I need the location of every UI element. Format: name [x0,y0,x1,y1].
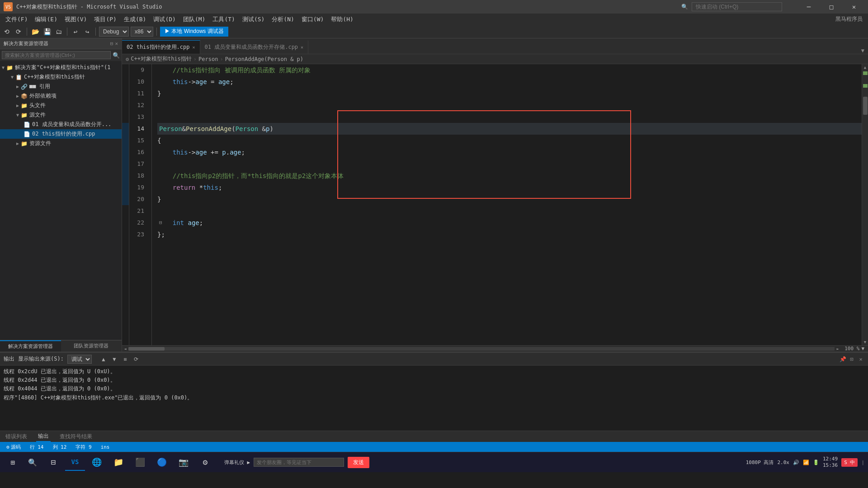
taskbar-settings[interactable]: ⚙ [195,454,215,471]
output-content: 线程 0x2cdU 已退出，返回值为 U (0xU)。 线程 0x2d44 已退… [0,366,868,431]
tab-label-02: 02 this指针的使用.cpp [127,43,189,51]
tree-resources[interactable]: ▶ 📁 资源文件 [0,139,122,148]
editor-scrollbar[interactable]: ▲ ▼ [862,64,868,345]
menu-help[interactable]: 帮助(H) [327,14,357,24]
toolbar-save[interactable]: 💾 [42,27,52,37]
scroll-track[interactable] [862,70,868,339]
close-button[interactable]: ✕ [844,0,864,14]
output-btn-down[interactable]: ▼ [110,355,119,364]
live-badge[interactable]: S 中 [841,458,858,467]
status-mode[interactable]: ins [98,444,113,450]
menu-team[interactable]: 团队(M) [179,14,209,24]
menu-project[interactable]: 项目(P) [90,14,120,24]
sidebar-tab-team[interactable]: 团队资源管理器 [61,340,122,352]
taskbar-search[interactable]: 🔍 [24,454,42,471]
tree-file-01[interactable]: 📄 01 成员变量和成员函数分开... [0,120,122,129]
start-button[interactable]: ⊞ [4,454,22,471]
tab-file-02[interactable]: 02 this指针的使用.cpp ✕ [122,40,200,54]
tab-output[interactable]: 输出 [36,432,51,442]
show-desktop[interactable]: | [861,460,864,465]
menu-build[interactable]: 生成(B) [120,14,150,24]
tab-close-01[interactable]: ✕ [301,45,303,50]
sidebar-search-input[interactable] [2,51,111,59]
code-editor: 9 10 11 12 13 14 15 16 17 18 19 20 21 22… [122,64,868,345]
tab-file-01[interactable]: 01 成员变量和成员函数分开存储.cpp ✕ [200,40,309,54]
sidebar-tab-solution[interactable]: 解决方案资源管理器 [0,340,61,352]
menu-window[interactable]: 窗口(W) [298,14,327,24]
taskbar-explorer[interactable]: 📁 [108,454,128,471]
output-float-button[interactable]: ⊡ [848,356,855,363]
tree-sources[interactable]: ▼ 📁 源文件 [0,110,122,120]
scroll-down-arrow[interactable]: ▼ [862,339,868,345]
menu-view[interactable]: 视图(V) [61,14,90,24]
taskbar-chrome[interactable]: 🔵 [152,454,172,471]
output-source-select[interactable]: 调试 [67,355,92,364]
menu-analyze[interactable]: 分析(N) [268,14,297,24]
scroll-right-arrow[interactable]: ► [835,346,841,352]
network-icon[interactable]: 📶 [803,460,809,465]
scroll-thumb[interactable] [863,97,868,115]
scroll-up-arrow[interactable]: ▲ [862,64,868,70]
toolbar-undo[interactable]: ↩ [71,27,80,37]
status-git[interactable]: ⚙ 源码 [4,444,24,450]
h-scroll-thumb[interactable] [128,347,165,351]
toolbar-save-all[interactable]: 🗂 [54,27,64,37]
minimize-button[interactable]: ─ [798,0,819,14]
tree-project[interactable]: ▼ 📋 C++对象模型和this指针 [0,72,122,82]
menu-file[interactable]: 文件(F) [2,14,31,24]
output-close-button[interactable]: ✕ [857,356,864,363]
taskbar-edge[interactable]: 🌐 [87,454,107,471]
toolbar-forward[interactable]: ⟳ [14,27,24,37]
taskbar-camera[interactable]: 📷 [174,454,193,471]
toolbar-redo[interactable]: ↪ [82,27,92,37]
debug-config-select[interactable]: Debug [99,27,129,37]
status-bar: ⚙ 源码 行 14 列 12 字符 9 ins [0,442,868,452]
menu-edit[interactable]: 编辑(E) [31,14,61,24]
battery-icon[interactable]: 🔋 [813,460,819,465]
output-pin-button[interactable]: 📌 [839,356,846,363]
maximize-button[interactable]: □ [821,0,842,14]
output-btn-refresh[interactable]: ⟳ [132,355,141,364]
col-label: 列 12 [53,444,67,450]
status-col[interactable]: 列 12 [50,444,70,450]
toolbar-open[interactable]: 📂 [30,27,40,37]
send-button[interactable]: 发送 [348,457,369,468]
row-label: 行 14 [30,444,44,450]
tree-solution[interactable]: ▼ 📁 解决方案"C++对象模型和this指针"(1 [0,63,122,72]
tab-dropdown-button[interactable]: ▼ [861,47,864,54]
platform-select[interactable]: x86 [131,27,153,37]
search-button[interactable]: 🔍 [113,52,120,59]
sidebar-collapse-icon[interactable]: ⊟ [110,41,113,47]
menu-debug[interactable]: 调试(D) [150,14,179,24]
sidebar-close-icon[interactable]: ✕ [115,41,118,47]
run-button[interactable]: ▶ 本地 Windows 调试器 [160,27,228,37]
tree-external-deps[interactable]: ▶ 📦 外部依赖项 [0,91,122,101]
tab-error-list[interactable]: 错误列表 [4,432,29,441]
toolbar-back[interactable]: ⟲ [2,27,12,37]
scroll-left-arrow[interactable]: ◄ [122,346,128,352]
h-scroll-track[interactable] [128,347,835,351]
zoom-dropdown[interactable]: ▼ [861,346,864,352]
taskbar-taskview[interactable]: ⊟ [43,454,63,471]
chat-input[interactable] [254,458,344,467]
output-btn-clear[interactable]: ≡ [121,355,130,364]
volume-icon[interactable]: 🔊 [793,460,799,465]
linenum-12: 12 [129,99,148,111]
taskbar-terminal[interactable]: ⬛ [130,454,150,471]
status-row[interactable]: 行 14 [27,444,47,450]
menu-tools[interactable]: 工具(T) [209,14,238,24]
code-content[interactable]: ⊟ //this指针指向 被调用的成员函数 所属的对象 this->age = … [152,64,862,345]
horizontal-scrollbar[interactable]: ◄ ► 100 % ▼ [122,345,868,352]
taskbar-vs[interactable]: VS [65,454,85,471]
tab-close-02[interactable]: ✕ [192,45,195,50]
tree-file-02[interactable]: 📄 02 this指针的使用.cpp [0,129,122,139]
tab-find-results[interactable]: 查找符号结果 [58,432,94,441]
output-btn-up[interactable]: ▲ [99,355,108,364]
tree-headers[interactable]: ▶ 📁 头文件 [0,101,122,110]
tree-references[interactable]: ▶ 🔗 ■■ 引用 [0,82,122,91]
linenum-21: 21 [129,205,148,217]
sources-icon: 📁 [21,112,28,118]
quick-launch-input[interactable] [692,2,782,11]
menu-test[interactable]: 测试(S) [239,14,268,24]
status-char[interactable]: 字符 9 [73,444,94,450]
